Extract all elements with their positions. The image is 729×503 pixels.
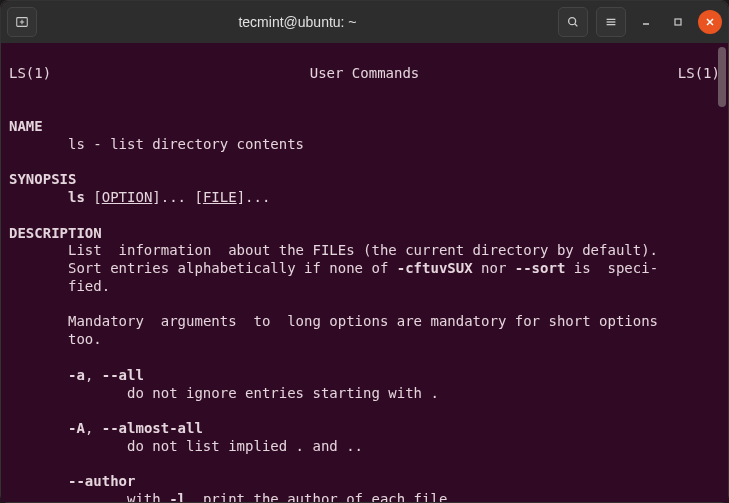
desc-text: Mandatory arguments to long options are … (68, 313, 658, 329)
terminal-window: tecmint@ubuntu: ~ LS(1)User CommandsLS(1… (0, 0, 729, 503)
maximize-button[interactable] (666, 10, 690, 34)
man-header-left: LS(1) (9, 65, 51, 83)
option-flag: -l (169, 491, 186, 502)
desc-flag: -cftuvSUX (397, 260, 473, 276)
desc-text: Sort entries alphabetically if none of (68, 260, 397, 276)
option-desc: with (127, 491, 169, 502)
titlebar: tecmint@ubuntu: ~ (1, 1, 728, 43)
window-title: tecmint@ubuntu: ~ (41, 14, 554, 30)
desc-flag: --sort (515, 260, 566, 276)
option-flag: -A (68, 420, 85, 436)
option-flag: --almost-all (102, 420, 203, 436)
desc-text: too. (68, 331, 102, 347)
svg-line-4 (575, 24, 578, 27)
synopsis-cmd: ls (68, 189, 85, 205)
svg-rect-9 (675, 19, 681, 25)
new-tab-button[interactable] (7, 7, 37, 37)
terminal-content[interactable]: LS(1)User CommandsLS(1) NAME ls - list d… (1, 43, 728, 502)
minimize-button[interactable] (634, 10, 658, 34)
man-header-right: LS(1) (678, 65, 720, 83)
section-description: DESCRIPTION (9, 225, 102, 241)
option-desc: do not ignore entries starting with . (127, 385, 439, 401)
synopsis-option: OPTION (102, 189, 153, 205)
option-flag: --author (68, 473, 135, 489)
section-synopsis: SYNOPSIS (9, 171, 76, 187)
option-desc: do not list implied . and .. (127, 438, 363, 454)
man-header-center: User Commands (310, 65, 420, 83)
synopsis-file: FILE (203, 189, 237, 205)
search-button[interactable] (558, 7, 588, 37)
scrollbar-thumb[interactable] (718, 47, 726, 107)
desc-text: fied. (68, 278, 110, 294)
option-flag: --all (102, 367, 144, 383)
svg-point-3 (569, 18, 576, 25)
desc-text: List information about the FILEs (the cu… (68, 242, 658, 258)
man-header: LS(1)User CommandsLS(1) (9, 65, 720, 83)
option-flag: -a (68, 367, 85, 383)
section-name: NAME (9, 118, 43, 134)
close-button[interactable] (698, 10, 722, 34)
menu-button[interactable] (596, 7, 626, 37)
name-line: ls - list directory contents (68, 136, 304, 152)
